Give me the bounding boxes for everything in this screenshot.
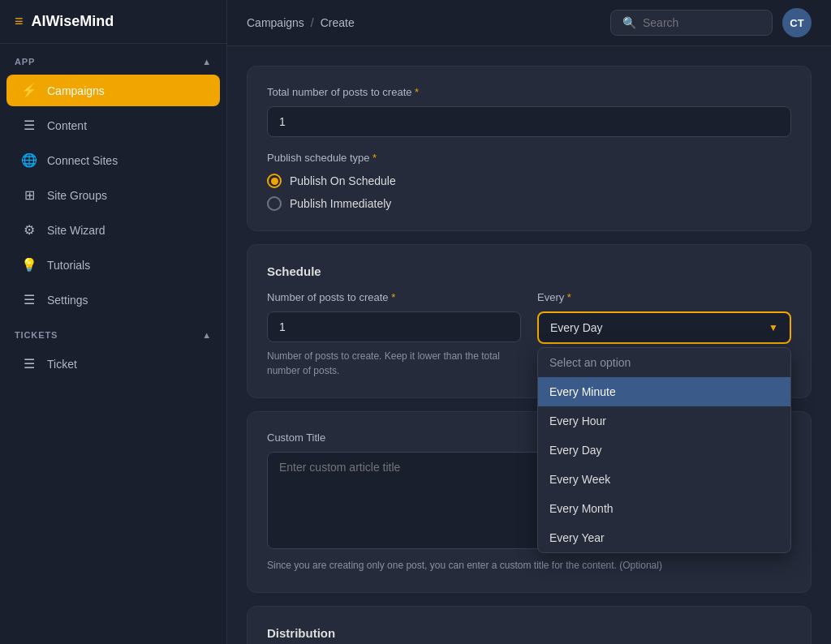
sidebar-item-label: Ticket: [47, 358, 77, 371]
sidebar-item-ticket[interactable]: ☰ Ticket: [6, 348, 220, 380]
sidebar: ≡ AIWiseMind APP ▲ ⚡ Campaigns ☰ Content…: [0, 0, 227, 644]
sidebar-item-settings[interactable]: ☰ Settings: [6, 284, 220, 316]
tutorials-icon: 💡: [21, 257, 37, 273]
radio-publish-on-schedule[interactable]: Publish On Schedule: [267, 174, 791, 188]
dropdown-option-every-minute[interactable]: Every Minute: [538, 377, 790, 406]
hamburger-icon[interactable]: ≡: [15, 13, 24, 30]
every-label: Every *: [537, 291, 791, 303]
sidebar-item-label: Site Groups: [47, 189, 107, 202]
chevron-up-icon: ▲: [202, 330, 212, 340]
total-posts-label: Total number of posts to create *: [267, 86, 791, 98]
publish-settings-card: Total number of posts to create * Publis…: [247, 66, 812, 231]
sidebar-item-site-groups[interactable]: ⊞ Site Groups: [6, 179, 220, 211]
app-name: AIWiseMind: [32, 13, 114, 30]
avatar[interactable]: CT: [782, 8, 812, 37]
settings-icon: ☰: [21, 292, 37, 307]
num-posts-col: Number of posts to create * Number of po…: [267, 291, 521, 378]
sidebar-item-label: Settings: [47, 294, 88, 307]
every-dropdown-menu: Select an option Every Minute Every Hour…: [537, 347, 791, 553]
search-icon: 🔍: [622, 16, 636, 29]
num-posts-input[interactable]: [267, 311, 521, 342]
publish-type-label: Publish schedule type *: [267, 152, 791, 164]
breadcrumb-separator: /: [311, 16, 314, 29]
radio-publish-immediately[interactable]: Publish Immediately: [267, 196, 791, 211]
sidebar-item-site-wizard[interactable]: ⚙ Site Wizard: [6, 214, 220, 246]
every-col: Every * Every Day ▼ Select an option Eve…: [537, 291, 791, 344]
schedule-card: Schedule Number of posts to create * Num…: [247, 244, 812, 398]
radio-label-immediately: Publish Immediately: [290, 197, 391, 210]
schedule-row: Number of posts to create * Number of po…: [267, 291, 791, 378]
dropdown-option-every-year[interactable]: Every Year: [538, 523, 790, 552]
every-dropdown-trigger[interactable]: Every Day ▼: [537, 311, 791, 344]
every-selected-value: Every Day: [550, 321, 603, 334]
chevron-down-icon: ▼: [769, 322, 778, 333]
breadcrumb-campaigns[interactable]: Campaigns: [247, 16, 304, 29]
num-posts-hint: Number of posts to create. Keep it lower…: [267, 349, 521, 378]
topbar: Campaigns / Create 🔍 CT: [227, 0, 831, 46]
schedule-title: Schedule: [267, 264, 791, 278]
num-posts-label: Number of posts to create *: [267, 291, 521, 303]
chevron-up-icon: ▲: [202, 57, 212, 67]
distribution-title: Distribution: [267, 626, 791, 640]
globe-icon: 🌐: [21, 152, 37, 168]
sidebar-item-label: Campaigns: [47, 84, 105, 97]
publish-type-group: Publish On Schedule Publish Immediately: [267, 174, 791, 211]
radio-circle-immediately: [267, 196, 282, 211]
wizard-icon: ⚙: [21, 222, 37, 238]
breadcrumb-current: Create: [321, 16, 355, 29]
content-icon: ☰: [21, 118, 37, 133]
ticket-icon: ☰: [21, 356, 37, 371]
sidebar-item-label: Connect Sites: [47, 154, 118, 167]
radio-label-schedule: Publish On Schedule: [290, 174, 396, 187]
sidebar-item-content[interactable]: ☰ Content: [6, 109, 220, 141]
dropdown-option-placeholder[interactable]: Select an option: [538, 348, 790, 377]
sidebar-item-label: Tutorials: [47, 259, 90, 272]
main-area: Campaigns / Create 🔍 CT Total number of …: [227, 0, 831, 644]
dropdown-option-every-hour[interactable]: Every Hour: [538, 406, 790, 436]
campaigns-icon: ⚡: [21, 83, 37, 98]
sidebar-item-tutorials[interactable]: 💡 Tutorials: [6, 249, 220, 281]
sidebar-item-connect-sites[interactable]: 🌐 Connect Sites: [6, 144, 220, 176]
content-area: Total number of posts to create * Publis…: [227, 46, 831, 644]
dropdown-option-every-week[interactable]: Every Week: [538, 465, 790, 494]
dropdown-option-every-month[interactable]: Every Month: [538, 494, 790, 523]
search-input[interactable]: [643, 16, 760, 29]
search-box[interactable]: 🔍: [610, 10, 773, 36]
breadcrumb: Campaigns / Create: [247, 16, 601, 29]
sidebar-item-label: Content: [47, 119, 87, 132]
dropdown-option-every-day[interactable]: Every Day: [538, 436, 790, 465]
app-section-label: APP ▲: [0, 44, 226, 73]
sidebar-item-label: Site Wizard: [47, 224, 105, 237]
radio-circle-schedule: [267, 174, 282, 188]
grid-icon: ⊞: [21, 187, 37, 203]
every-dropdown-wrapper: Every Day ▼ Select an option Every Minut…: [537, 311, 791, 344]
sidebar-header: ≡ AIWiseMind: [0, 0, 226, 44]
tickets-section-label: TICKETS ▲: [0, 317, 226, 346]
sidebar-item-campaigns[interactable]: ⚡ Campaigns: [6, 75, 220, 106]
total-posts-input[interactable]: [267, 106, 791, 137]
custom-title-hint: Since you are creating only one post, yo…: [267, 558, 791, 573]
distribution-card: Distribution Post to WordPress Automatic…: [247, 606, 812, 644]
